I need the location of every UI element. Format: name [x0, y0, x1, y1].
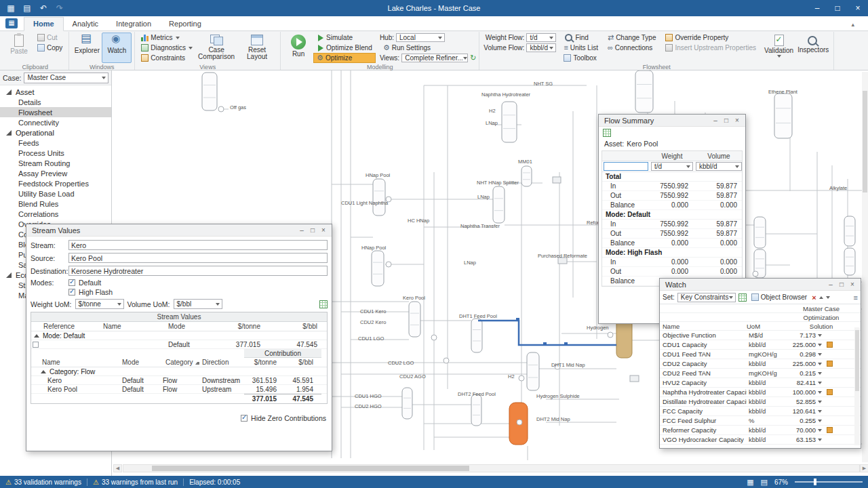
volume-unit-select[interactable]: kbbl/d — [696, 162, 742, 171]
vessel[interactable] — [754, 217, 766, 248]
vessel[interactable] — [372, 251, 384, 286]
tab-integration[interactable]: Integration — [107, 18, 160, 30]
hub-select[interactable]: Local — [396, 33, 445, 42]
hscroll-thumb[interactable] — [152, 466, 469, 471]
vessel[interactable] — [202, 73, 217, 110]
sidebar-item-blend-rules[interactable]: Blend Rules — [0, 199, 111, 209]
reset-layout-button[interactable]: Reset Layout — [237, 33, 277, 63]
volume-uom-select[interactable]: $/bbl — [174, 299, 222, 309]
hscroll-right-arrow[interactable]: ▶ — [860, 464, 868, 472]
dialog-close-icon[interactable]: × — [318, 226, 329, 234]
flow-summary-titlebar[interactable]: Flow Summary – □ × — [599, 115, 745, 127]
sidebar-item-process-units[interactable]: Process Units — [0, 148, 111, 158]
watch-dropdown-icon[interactable] — [818, 401, 822, 403]
object-browser-button[interactable]: Object Browser — [749, 293, 809, 302]
vessel[interactable] — [402, 388, 412, 419]
sidebar-item-correlations[interactable]: Correlations — [0, 209, 111, 219]
sidebar-item-flowsheet[interactable]: Flowsheet — [0, 107, 111, 117]
move-up-icon[interactable] — [819, 296, 823, 299]
col-mode[interactable]: Mode — [165, 322, 205, 331]
flow-summary-maximize-icon[interactable]: □ — [721, 117, 732, 124]
ccol-direction[interactable]: Direction — [199, 358, 244, 367]
collapse-ribbon-icon[interactable]: ▴ — [851, 21, 854, 28]
watch-dropdown-icon[interactable] — [818, 420, 822, 422]
minimize-button[interactable]: – — [807, 0, 827, 16]
dialog-minimize-icon[interactable]: – — [296, 226, 307, 234]
row-expander-icon[interactable] — [33, 342, 39, 348]
sidebar-item-feedstock-properties[interactable]: Feedstock Properties — [0, 178, 111, 188]
watch-scrollbar[interactable] — [854, 327, 860, 445]
sidebar-item-asset[interactable]: Asset — [0, 87, 111, 97]
cut-button[interactable]: Cut — [34, 33, 66, 43]
expander-icon[interactable] — [6, 89, 12, 95]
contribution-row[interactable]: Kero PoolDefaultFlowUpstream15.4961.954 — [31, 385, 327, 394]
stream-field[interactable]: Kero — [68, 240, 328, 250]
mode-default-checkbox[interactable] — [68, 279, 75, 286]
sidebar-item-feeds[interactable]: Feeds — [0, 138, 111, 148]
watch-dropdown-icon[interactable] — [818, 382, 822, 384]
paste-button[interactable]: Paste — [4, 33, 34, 63]
watch-button[interactable]: ◉ Watch — [102, 33, 132, 63]
watch-row-vgo-hydrocracker-capacity[interactable]: VGO Hydrocracker Capacitykbbl/d63.153 — [660, 435, 861, 445]
watch-menu-icon[interactable]: ≡ — [854, 293, 858, 302]
watch-dropdown-icon[interactable] — [818, 363, 822, 365]
export-table-icon[interactable] — [319, 300, 328, 308]
vessel[interactable] — [844, 216, 855, 246]
mode-default-option[interactable]: Default — [68, 279, 328, 287]
close-button[interactable]: × — [848, 0, 868, 16]
mode-group-row[interactable]: Mode: Default — [31, 331, 327, 340]
flow-summary-pin-icon[interactable]: – — [710, 117, 721, 124]
vessel[interactable] — [774, 94, 792, 138]
backstage-button[interactable]: ▦ — [5, 18, 18, 28]
fit-view-icon[interactable]: ▦ — [747, 478, 753, 487]
weight-uom-select[interactable]: $/tonne — [75, 299, 124, 309]
category-group-row[interactable]: Category: Flow — [31, 367, 327, 376]
vessel[interactable] — [502, 102, 517, 142]
watch-dropdown-icon[interactable] — [818, 353, 822, 356]
vessel[interactable] — [493, 186, 505, 223]
flowsheet-view-select[interactable]: Complete Refiner... — [401, 54, 468, 62]
move-down-icon[interactable] — [826, 296, 830, 299]
units-list-button[interactable]: ≡Units List — [560, 43, 601, 53]
metrics-button[interactable]: Metrics — [138, 33, 196, 43]
watch-dropdown-icon[interactable] — [818, 334, 822, 337]
watch-dropdown-icon[interactable] — [818, 344, 822, 346]
watch-titlebar[interactable]: Watch – □ × — [660, 279, 861, 291]
sidebar-item-assay-preview[interactable]: Assay Preview — [0, 168, 111, 178]
remove-watch-icon[interactable]: × — [812, 293, 816, 302]
flow-summary-close-icon[interactable]: × — [732, 117, 743, 124]
simulate-button[interactable]: Simulate — [313, 33, 376, 43]
change-type-button[interactable]: ⇄Change Type — [604, 33, 660, 43]
sidebar-item-stream-routing[interactable]: Stream Routing — [0, 158, 111, 168]
watch-row-fcc-capacity[interactable]: FCC Capacitykbbl/d120.641 — [660, 407, 861, 416]
hscroll-left-arrow[interactable]: ◀ — [113, 464, 122, 472]
watch-col-solution[interactable]: Solution — [782, 322, 861, 330]
col-name[interactable]: Name — [100, 322, 165, 331]
last-run-warnings-status[interactable]: ⚠ 33 warnings from last run — [93, 479, 178, 486]
watch-maximize-icon[interactable]: □ — [836, 281, 847, 288]
watch-dropdown-icon[interactable] — [818, 391, 822, 394]
hide-zero-checkbox[interactable] — [241, 415, 248, 422]
watch-dropdown-icon[interactable] — [818, 429, 822, 432]
sidebar-item-operational[interactable]: Operational — [0, 127, 111, 138]
tab-analytic[interactable]: Analytic — [64, 18, 108, 30]
watch-dropdown-icon[interactable] — [818, 439, 822, 441]
watch-row-fcc-feed-sulphur[interactable]: FCC Feed Sulphur%0.255 — [660, 416, 861, 426]
vertical-scrollbar[interactable] — [862, 72, 868, 462]
watch-export-icon[interactable] — [738, 293, 747, 302]
watch-row-cdu2-capacity[interactable]: CDU2 Capacitykbbl/d225.000 — [660, 359, 861, 369]
watch-dropdown-icon[interactable] — [818, 410, 822, 413]
horizontal-scrollbar[interactable] — [123, 464, 860, 472]
dialog-maximize-icon[interactable]: □ — [307, 226, 318, 234]
diagnostics-button[interactable]: Diagnostics — [138, 43, 196, 53]
ccol-mode[interactable]: Mode — [119, 358, 160, 367]
ccol-bbl[interactable]: $/bbl — [285, 358, 321, 367]
watch-col-uom[interactable]: UoM — [747, 322, 782, 330]
undo-icon[interactable]: ↶ — [37, 0, 50, 16]
watch-row-cdu2-feed-tan[interactable]: CDU2 Feed TANmgKOH/g0.215 — [660, 369, 861, 378]
watch-row-distillate-hydrotreater-capacity[interactable]: Distillate Hydrotreater Capacitykbbl/d52… — [660, 397, 861, 407]
case-comparison-button[interactable]: Case Comparison — [196, 33, 237, 63]
group-expander-icon[interactable] — [34, 334, 39, 338]
flow-summary-export-icon[interactable] — [603, 129, 611, 137]
vessel[interactable] — [616, 319, 632, 358]
